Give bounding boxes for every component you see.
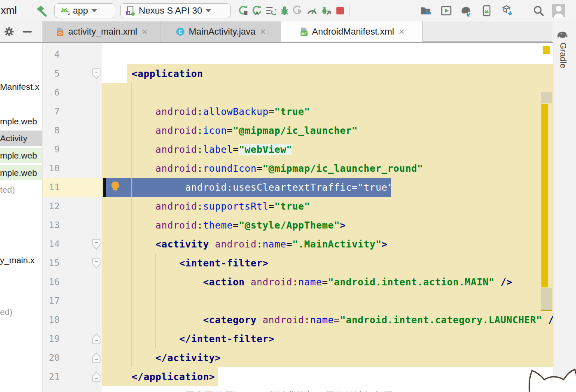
device-dropdown[interactable]: Nexus S API 30 [120,3,231,18]
error-stripe-mark[interactable] [543,46,550,54]
project-tree-item[interactable]: mple.web [0,114,42,129]
coverage-disabled-icon [291,4,305,18]
code-token: : [197,125,203,136]
code-line-6[interactable] [102,83,553,102]
code-line-15[interactable]: <intent-filter> [102,254,553,273]
code-token: /> [542,315,553,325]
code-token: = [322,277,328,287]
build-hammer-icon[interactable] [34,4,47,18]
code-token: <action [203,277,251,287]
code-token: : [197,220,203,231]
close-icon[interactable]: × [260,26,266,37]
apply-code-changes-icon[interactable] [264,4,278,18]
project-tree-panel[interactable]: Manifest.xmple.webActivitymple.webmple.w… [0,43,42,392]
tabs-container: <> activity_main.xml × C MainActivity.ja… [42,21,423,42]
project-tree-item[interactable]: y_main.x [0,252,42,268]
code-line-18[interactable]: <category android:name="android.intent.c… [102,310,553,329]
code-line-11[interactable]: android:usesCleartextTraffic="true" [102,178,553,197]
toolbar-separator [350,5,350,16]
gradle-tool-window-tab[interactable]: Gradle [558,42,568,68]
code-line-19[interactable]: </intent-filter> [102,329,553,348]
code-line-12[interactable]: android:supportsRtl="true" [102,197,553,216]
code-line-21[interactable]: </application> [102,367,553,386]
project-tree-item[interactable]: ed) [0,304,42,320]
close-icon[interactable]: × [399,26,404,37]
gear-icon[interactable] [2,25,16,39]
code-token [108,125,156,136]
project-tree-item[interactable]: Activity [0,131,42,146]
search-everywhere-icon[interactable] [532,4,545,18]
attach-debugger-icon[interactable] [319,4,332,18]
tab-androidmanifest-xml[interactable]: MF AndroidManifest.xml × [281,21,423,42]
gradle-elephant-icon[interactable] [556,30,569,42]
code-line-13[interactable]: android:theme="@style/AppTheme"> [102,216,553,235]
fold-end-marker[interactable] [92,371,100,382]
fold-start-marker[interactable] [92,68,100,79]
code-token: android [156,144,197,155]
debug-icon[interactable] [278,4,291,18]
code-line-4[interactable] [102,45,553,64]
avatar-icon[interactable] [551,4,566,18]
code-token: = [233,144,238,155]
empty-tab-area [423,23,552,42]
svg-text:2: 2 [68,11,70,15]
fold-start-marker[interactable] [92,239,100,250]
line-number: 14 [45,235,60,254]
changed-lines-stripe[interactable] [541,104,548,287]
breadcrumb[interactable]: xml [1,5,17,16]
code-line-10[interactable]: android:roundIcon="@mipmap/ic_launcher_r… [102,159,553,178]
code-line-5[interactable]: <application [102,64,553,83]
device-file-explorer-icon[interactable] [419,4,432,18]
code-line-8[interactable]: android:icon="@mipmap/ic_launcher" [102,121,553,140]
scrollbar-thumb[interactable] [541,92,552,103]
code-token: android [156,106,197,117]
stop-icon[interactable] [333,4,347,18]
rerun-icon[interactable] [237,4,250,18]
run-window-icon[interactable] [440,4,453,18]
code-token: name [263,239,287,250]
code-token: <!-- 因为要使用http，所以我增加了网络的访问权限--> [132,390,412,392]
hide-panel-icon[interactable] [21,25,34,39]
gradle-sync-icon[interactable] [459,4,473,18]
sdk-manager-icon[interactable] [501,4,514,18]
svg-text:<>: <> [58,31,63,36]
fold-end-marker[interactable] [92,352,100,363]
run-config-dropdown[interactable]: 2 app [54,3,115,18]
code-token: : [197,163,203,174]
tab-mainactivity-java[interactable]: C MainActivity.java × [161,21,281,42]
code-token: : [257,239,262,250]
code-token: theme [203,220,233,231]
project-tree-item[interactable]: mple.web [0,165,42,180]
close-icon[interactable]: × [142,26,147,37]
code-line-17[interactable] [102,292,553,310]
code-editor[interactable]: 45678910111213141516171819202122 <applic… [42,43,553,392]
profiler-icon[interactable] [305,4,319,18]
svg-text:A: A [255,10,259,16]
line-number: 6 [45,83,60,102]
device-phone-icon [126,5,135,16]
code-line-9[interactable]: android:label="webView" [102,140,553,159]
code-token: android:usesCleartextTraffic="true" [185,182,394,193]
fold-start-marker[interactable] [92,258,100,268]
code-line-7[interactable]: android:allowBackup="true" [102,102,553,121]
tab-label: AndroidManifest.xml [312,26,394,37]
code-line-14[interactable]: <activity android:name=".MainActivity"> [102,235,553,254]
code-line-22[interactable]: <!-- 因为要使用http，所以我增加了网络的访问权限--> [102,386,553,392]
fold-end-marker[interactable] [92,334,100,344]
code-token: "@mipmap/ic_launcher_round" [263,163,423,174]
code-area[interactable]: <application android:allowBackup="true" … [102,43,553,392]
project-tree-item[interactable]: mple.web [0,148,42,163]
line-number: 19 [45,329,60,348]
code-token: icon [203,125,227,136]
project-tree-item[interactable]: ted) [0,182,42,197]
code-line-16[interactable]: <action android:name="android.intent.act… [102,273,553,292]
apply-changes-icon[interactable]: A [250,4,264,18]
intention-lightbulb-icon[interactable] [110,181,121,196]
code-line-20[interactable]: </activity> [102,348,553,367]
project-tree-item[interactable]: Manifest.x [0,79,42,94]
scrollbar-thumb[interactable] [541,288,552,310]
tab-activity-main-xml[interactable]: <> activity_main.xml × [42,21,161,42]
chevron-down-icon [205,9,211,12]
avd-manager-icon[interactable] [480,4,493,18]
code-token: = [233,220,238,231]
